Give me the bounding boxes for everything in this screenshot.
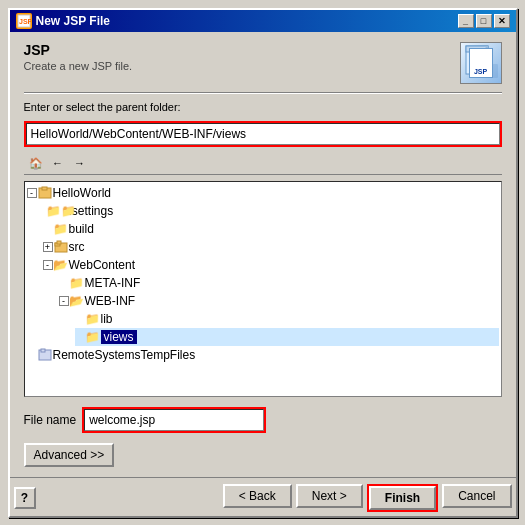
header-section: JSP Create a new JSP file. JSP bbox=[24, 42, 502, 84]
back-button[interactable]: ← bbox=[48, 154, 68, 172]
tree-row-metainf[interactable]: 📁 META-INF bbox=[59, 274, 499, 292]
back-nav-button[interactable]: < Back bbox=[223, 484, 292, 508]
help-button[interactable]: ? bbox=[14, 487, 36, 509]
svg-rect-13 bbox=[41, 349, 45, 352]
next-button[interactable]: Next > bbox=[296, 484, 363, 508]
svg-rect-3 bbox=[466, 46, 488, 52]
label-remotesystems: RemoteSystemsTempFiles bbox=[53, 348, 196, 362]
svg-rect-11 bbox=[57, 241, 61, 244]
folder-icon-metainf: 📁 bbox=[69, 275, 85, 291]
folder-icon-views: 📁 bbox=[85, 329, 101, 345]
file-name-label: File name bbox=[24, 413, 77, 427]
svg-text:JSP: JSP bbox=[19, 18, 31, 25]
close-button[interactable]: ✕ bbox=[494, 14, 510, 28]
tree-row-lib[interactable]: 📁 lib bbox=[75, 310, 499, 328]
advanced-button[interactable]: Advanced >> bbox=[24, 443, 115, 467]
folder-icon-webcontent: 📂 bbox=[53, 257, 69, 273]
nav-buttons: < Back Next > Finish Cancel bbox=[223, 484, 512, 512]
folder-icon-webinf: 📂 bbox=[69, 293, 85, 309]
svg-rect-2 bbox=[466, 46, 488, 74]
forward-button[interactable]: → bbox=[70, 154, 90, 172]
finish-button-box: Finish bbox=[367, 484, 438, 512]
dialog-window: JSP New JSP File _ □ ✕ JSP Create a new … bbox=[8, 8, 518, 518]
expand-helloworld[interactable]: - bbox=[27, 188, 37, 198]
folder-icon-src bbox=[53, 239, 69, 255]
expand-src[interactable]: + bbox=[43, 242, 53, 252]
path-input[interactable] bbox=[26, 123, 500, 145]
content-area: JSP Create a new JSP file. JSP Enter or … bbox=[10, 32, 516, 477]
finish-button[interactable]: Finish bbox=[369, 486, 436, 510]
expand-lib bbox=[75, 314, 85, 324]
tree-row-webcontent[interactable]: - 📂 WebContent bbox=[43, 256, 499, 274]
folder-icon-lib: 📁 bbox=[85, 311, 101, 327]
project-icon-remotesystems bbox=[37, 347, 53, 363]
file-name-input-box bbox=[82, 407, 266, 433]
file-name-input[interactable] bbox=[84, 409, 264, 431]
expand-remotesystems bbox=[27, 350, 37, 360]
label-helloworld: HelloWorld bbox=[53, 186, 111, 200]
expand-views bbox=[75, 332, 85, 342]
header-text: JSP Create a new JSP file. bbox=[24, 42, 133, 72]
expand-build bbox=[43, 224, 53, 234]
folder-label: Enter or select the parent folder: bbox=[24, 101, 502, 113]
label-lib: lib bbox=[101, 312, 113, 326]
tree-row-helloworld[interactable]: - HelloWorld bbox=[27, 184, 499, 202]
expand-metainf bbox=[59, 278, 69, 288]
svg-marker-4 bbox=[484, 46, 488, 50]
svg-rect-6 bbox=[486, 64, 498, 78]
minimize-button[interactable]: _ bbox=[458, 14, 474, 28]
page-subtitle: Create a new JSP file. bbox=[24, 60, 133, 72]
tree-row-src[interactable]: + src bbox=[43, 238, 499, 256]
title-bar: JSP New JSP File _ □ ✕ bbox=[10, 10, 516, 32]
page-title: JSP bbox=[24, 42, 133, 58]
tree-row-webinf[interactable]: - 📂 WEB-INF bbox=[59, 292, 499, 310]
jsp-icon: JSP bbox=[460, 42, 502, 84]
expand-webinf[interactable]: - bbox=[59, 296, 69, 306]
svg-text:JSP: JSP bbox=[469, 61, 480, 67]
label-metainf: META-INF bbox=[85, 276, 141, 290]
tree-row-settings[interactable]: 📁 .settings bbox=[43, 202, 499, 220]
tree-row-remotesystems[interactable]: RemoteSystemsTempFiles bbox=[27, 346, 499, 364]
title-buttons: _ □ ✕ bbox=[458, 14, 510, 28]
file-name-row: File name bbox=[24, 407, 502, 433]
window-icon: JSP bbox=[16, 13, 32, 29]
home-button[interactable]: 🏠 bbox=[26, 154, 46, 172]
folder-icon-settings: 📁 bbox=[53, 203, 69, 219]
label-webcontent: WebContent bbox=[69, 258, 136, 272]
divider bbox=[24, 92, 502, 93]
folder-icon-build: 📁 bbox=[53, 221, 69, 237]
toolbar: 🏠 ← → bbox=[24, 153, 502, 175]
title-bar-left: JSP New JSP File bbox=[16, 13, 110, 29]
label-views: views bbox=[101, 330, 137, 344]
tree-container[interactable]: - HelloWorld 📁 .settings bbox=[24, 181, 502, 397]
bottom-buttons: ? < Back Next > Finish Cancel bbox=[10, 477, 516, 516]
window-title: New JSP File bbox=[36, 14, 110, 28]
cancel-button[interactable]: Cancel bbox=[442, 484, 511, 508]
tree-row-views[interactable]: 📁 views bbox=[75, 328, 499, 346]
tree-row-build[interactable]: 📁 build bbox=[43, 220, 499, 238]
expand-webcontent[interactable]: - bbox=[43, 260, 53, 270]
path-input-box bbox=[24, 121, 502, 147]
label-build: build bbox=[69, 222, 94, 236]
advanced-row: Advanced >> bbox=[24, 439, 502, 467]
label-src: src bbox=[69, 240, 85, 254]
svg-rect-8 bbox=[42, 187, 47, 190]
project-icon-helloworld bbox=[37, 185, 53, 201]
maximize-button[interactable]: □ bbox=[476, 14, 492, 28]
label-webinf: WEB-INF bbox=[85, 294, 136, 308]
